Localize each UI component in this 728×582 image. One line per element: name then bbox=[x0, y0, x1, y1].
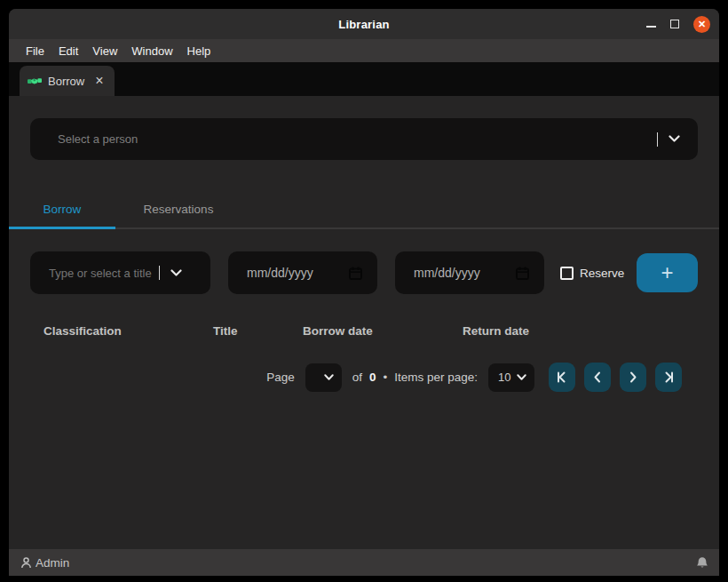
chevron-down-icon[interactable] bbox=[669, 135, 680, 143]
status-bar: Admin bbox=[9, 549, 719, 576]
column-title: Title bbox=[213, 324, 303, 338]
items-per-page-select[interactable]: 10 bbox=[488, 363, 534, 392]
menu-help[interactable]: Help bbox=[180, 44, 218, 58]
next-page-button[interactable] bbox=[620, 363, 646, 392]
title-select-combobox[interactable]: Type or select a title bbox=[30, 251, 210, 294]
items-per-page-value: 10 bbox=[498, 371, 510, 384]
menu-bar: File Edit View Window Help bbox=[9, 39, 719, 62]
text-cursor bbox=[159, 266, 161, 280]
person-select-placeholder: Select a person bbox=[58, 132, 657, 146]
notifications-bell-icon[interactable] bbox=[696, 556, 708, 570]
of-label: of bbox=[352, 371, 362, 384]
column-classification: Classification bbox=[44, 324, 213, 338]
return-date-value: mm/dd/yyyy bbox=[414, 266, 515, 280]
borrow-date-input[interactable]: mm/dd/yyyy bbox=[228, 251, 377, 294]
borrow-form: Type or select a title mm/dd/yyyy bbox=[30, 251, 698, 294]
handshake-icon bbox=[28, 76, 42, 87]
reserve-checkbox-group: Reserve bbox=[560, 267, 624, 280]
title-bar: Librarian ✕ bbox=[9, 9, 719, 39]
minimize-icon[interactable] bbox=[646, 26, 656, 28]
tab-close-icon[interactable]: × bbox=[95, 74, 103, 88]
return-date-input[interactable]: mm/dd/yyyy bbox=[395, 251, 544, 294]
section-tabs: Borrow Reservations bbox=[9, 196, 719, 229]
doc-tab-borrow[interactable]: Borrow × bbox=[20, 66, 115, 96]
total-pages: 0 bbox=[369, 371, 376, 384]
person-select-combobox[interactable]: Select a person bbox=[30, 118, 698, 160]
chevron-down-icon[interactable] bbox=[170, 269, 182, 277]
calendar-icon[interactable] bbox=[515, 266, 530, 281]
maximize-icon[interactable] bbox=[670, 20, 679, 28]
app-window: Librarian ✕ File Edit View Window Help B… bbox=[9, 9, 719, 576]
chevron-down-icon bbox=[517, 374, 526, 381]
person-icon bbox=[20, 556, 33, 570]
borrow-date-value: mm/dd/yyyy bbox=[247, 266, 348, 280]
calendar-icon[interactable] bbox=[348, 266, 363, 281]
main-content: Select a person Borrow Reservations Type… bbox=[9, 96, 719, 549]
text-cursor bbox=[657, 132, 659, 147]
window-title: Librarian bbox=[338, 18, 389, 31]
previous-page-button[interactable] bbox=[584, 363, 611, 392]
pagination-bar: Page of 0 • Items per page: 10 bbox=[9, 363, 719, 392]
tab-reservations[interactable]: Reservations bbox=[115, 196, 241, 227]
document-tab-strip: Borrow × bbox=[9, 62, 719, 96]
add-button[interactable]: + bbox=[637, 253, 698, 292]
chevron-down-icon bbox=[324, 374, 334, 381]
close-icon[interactable]: ✕ bbox=[693, 16, 710, 33]
page-label: Page bbox=[266, 371, 295, 384]
tab-borrow[interactable]: Borrow bbox=[9, 196, 115, 229]
column-borrow-date: Borrow date bbox=[303, 324, 463, 338]
last-page-button[interactable] bbox=[655, 363, 682, 392]
items-per-page-label: Items per page: bbox=[394, 371, 478, 384]
separator-dot: • bbox=[383, 371, 387, 384]
current-user-label: Admin bbox=[36, 556, 69, 570]
doc-tab-label: Borrow bbox=[48, 75, 84, 88]
page-select[interactable] bbox=[305, 363, 342, 392]
menu-edit[interactable]: Edit bbox=[51, 44, 85, 58]
window-controls: ✕ bbox=[646, 9, 710, 39]
menu-view[interactable]: View bbox=[85, 44, 124, 58]
first-page-button[interactable] bbox=[549, 363, 575, 392]
menu-file[interactable]: File bbox=[19, 44, 51, 58]
column-return-date: Return date bbox=[463, 324, 719, 338]
reserve-checkbox[interactable] bbox=[560, 267, 574, 280]
menu-window[interactable]: Window bbox=[124, 44, 179, 58]
table-header: Classification Title Borrow date Return … bbox=[9, 324, 719, 338]
title-select-placeholder: Type or select a title bbox=[49, 267, 152, 280]
reserve-label: Reserve bbox=[580, 267, 624, 280]
